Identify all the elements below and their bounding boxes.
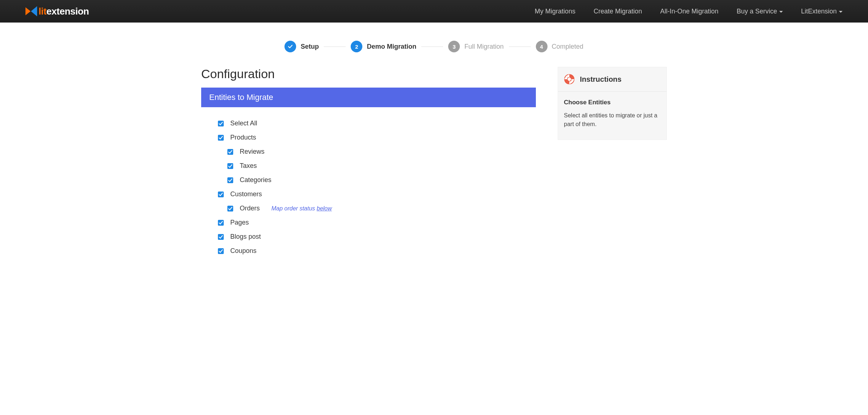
svg-marker-1 <box>31 6 37 16</box>
step-label: Demo Migration <box>367 43 416 51</box>
step-label: Full Migration <box>464 43 503 51</box>
instructions-sidebar: Instructions Choose Entities Select all … <box>558 67 667 140</box>
entity-products: Products <box>218 134 536 141</box>
page-title: Configuration <box>201 67 536 81</box>
svg-marker-0 <box>25 7 31 15</box>
step-circle-done <box>284 41 296 52</box>
step-divider <box>324 47 346 47</box>
checkbox-products[interactable] <box>218 135 224 141</box>
lifebuoy-icon <box>564 74 575 85</box>
entity-label: Customers <box>230 190 262 198</box>
checkbox-select-all[interactable] <box>218 121 224 126</box>
logo[interactable]: litextension <box>25 6 89 17</box>
panel-header: Entities to Migrate <box>201 88 536 107</box>
entity-label: Taxes <box>240 162 257 170</box>
entity-label: Coupons <box>230 247 256 255</box>
nav-items: My Migrations Create Migration All-In-On… <box>535 8 843 15</box>
checkbox-blogs[interactable] <box>218 234 224 240</box>
instructions-text: Select all entities to migrate or just a… <box>564 111 661 129</box>
entity-blogs: Blogs post <box>218 233 536 241</box>
checkbox-reviews[interactable] <box>227 149 233 155</box>
checkbox-customers[interactable] <box>218 192 224 197</box>
entity-label: Pages <box>230 219 249 226</box>
instructions-header: Instructions <box>558 67 666 92</box>
logo-text: litextension <box>39 6 89 17</box>
orders-note: Map order status below <box>271 205 332 212</box>
step-circle-active: 2 <box>351 41 362 52</box>
step-completed[interactable]: 4 Completed <box>536 41 584 52</box>
checkbox-coupons[interactable] <box>218 248 224 254</box>
step-label: Completed <box>552 43 584 51</box>
instructions-title: Instructions <box>580 75 621 84</box>
logo-icon <box>25 6 37 16</box>
nav-litextension[interactable]: LitExtension <box>801 8 843 15</box>
nav-buy-service[interactable]: Buy a Service <box>737 8 783 15</box>
chevron-down-icon <box>779 11 783 13</box>
entity-reviews: Reviews <box>227 148 536 156</box>
entity-select-all: Select All <box>218 120 536 127</box>
nav-my-migrations[interactable]: My Migrations <box>535 8 576 15</box>
stepper: Setup 2 Demo Migration 3 Full Migration … <box>0 41 868 52</box>
chevron-down-icon <box>839 11 843 13</box>
navbar: litextension My Migrations Create Migrat… <box>0 0 868 23</box>
step-circle-future: 3 <box>448 41 460 52</box>
step-circle-future: 4 <box>536 41 548 52</box>
nav-all-in-one[interactable]: All-In-One Migration <box>660 8 718 15</box>
entity-coupons: Coupons <box>218 247 536 255</box>
entity-label: Blogs post <box>230 233 261 241</box>
instructions-subtitle: Choose Entities <box>564 99 661 106</box>
entity-pages: Pages <box>218 219 536 226</box>
step-demo[interactable]: 2 Demo Migration <box>351 41 416 52</box>
checkbox-orders[interactable] <box>227 206 233 211</box>
main-content: Configuration Entities to Migrate Select… <box>201 67 536 261</box>
nav-create-migration[interactable]: Create Migration <box>594 8 642 15</box>
entity-categories: Categories <box>227 176 536 184</box>
step-label: Setup <box>300 43 319 51</box>
entity-label: Products <box>230 134 256 141</box>
entity-label: Orders <box>240 205 260 212</box>
entity-label: Reviews <box>240 148 264 156</box>
entity-orders: Orders Map order status below <box>227 205 536 212</box>
step-divider <box>421 47 443 47</box>
check-icon <box>287 44 293 49</box>
step-divider <box>509 47 531 47</box>
entity-customers: Customers <box>218 190 536 198</box>
svg-point-3 <box>567 77 571 81</box>
checkbox-categories[interactable] <box>227 177 233 183</box>
instructions-body: Choose Entities Select all entities to m… <box>558 92 666 140</box>
step-setup[interactable]: Setup <box>284 41 319 52</box>
entities-list: Select All Products Reviews Taxes Catego… <box>201 107 536 255</box>
checkbox-pages[interactable] <box>218 220 224 226</box>
entity-label: Select All <box>230 120 257 127</box>
entity-taxes: Taxes <box>227 162 536 170</box>
orders-note-link[interactable]: below <box>317 205 332 211</box>
checkbox-taxes[interactable] <box>227 163 233 169</box>
step-full[interactable]: 3 Full Migration <box>448 41 503 52</box>
entity-label: Categories <box>240 176 271 184</box>
